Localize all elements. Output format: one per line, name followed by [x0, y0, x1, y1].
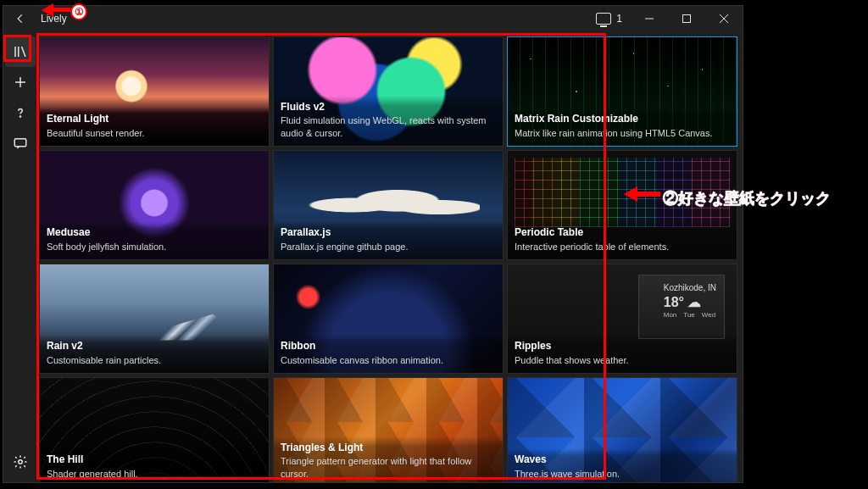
monitor-icon [596, 13, 611, 25]
wallpaper-caption: Periodic TableInteractive periodic table… [508, 221, 737, 259]
svg-point-2 [19, 116, 20, 117]
sidebar-help-button[interactable] [5, 97, 36, 128]
plus-icon [13, 75, 28, 90]
wallpaper-caption: MedusaeSoft body jellyfish simulation. [40, 221, 269, 259]
ripples-days: MonTueWed [664, 311, 716, 320]
wallpaper-description: Customisable rain particles. [47, 354, 262, 366]
maximize-button[interactable] [668, 6, 705, 31]
sidebar-add-button[interactable] [5, 67, 36, 97]
gear-icon [13, 454, 28, 470]
help-icon [13, 105, 28, 120]
wallpaper-tile[interactable]: Fluids v2Fluid simulation using WebGL, r… [273, 36, 504, 147]
wallpaper-caption: Rain v2Customisable rain particles. [40, 335, 269, 373]
wallpaper-tile[interactable]: The HillShader generated hill. [39, 377, 270, 482]
close-button[interactable] [705, 6, 743, 31]
svg-rect-0 [645, 19, 654, 19]
wallpaper-description: Fluid simulation using WebGL, reacts wit… [281, 114, 496, 139]
wallpaper-caption: The HillShader generated hill. [40, 448, 269, 482]
wallpaper-description: Interactive periodic table of elements. [515, 241, 730, 253]
svg-point-4 [19, 460, 23, 464]
wallpaper-caption: Fluids v2Fluid simulation using WebGL, r… [274, 96, 503, 146]
wallpaper-tile[interactable]: Triangles & LightTriangle pattern genera… [273, 377, 504, 482]
wallpaper-caption: Parallax.jsParallax.js engine github pag… [274, 221, 503, 259]
ripples-weather-widget: Kozhikode, IN18° ☁MonTueWed [664, 283, 716, 320]
wallpaper-tile[interactable]: Parallax.jsParallax.js engine github pag… [273, 150, 504, 260]
wallpaper-tile[interactable]: Eternal LightBeautiful sunset render. [39, 36, 270, 147]
wallpaper-caption: RipplesPuddle that shows weather. [508, 335, 737, 373]
svg-rect-3 [14, 139, 26, 147]
wallpaper-caption: Matrix Rain CustomizableMatrix like rain… [508, 108, 737, 146]
wallpaper-title: Rain v2 [47, 340, 262, 353]
wallpaper-title: Parallax.js [281, 226, 496, 240]
back-button[interactable] [3, 13, 37, 25]
wallpaper-tile[interactable]: Kozhikode, IN18° ☁MonTueWedRipplesPuddle… [507, 264, 737, 374]
wallpaper-title: Matrix Rain Customizable [515, 113, 730, 126]
wallpaper-title: Medusae [47, 226, 262, 240]
sidebar [3, 31, 37, 482]
wallpaper-tile[interactable]: Rain v2Customisable rain particles. [39, 264, 270, 374]
wallpaper-title: Triangles & Light [281, 442, 496, 455]
minimize-button[interactable] [631, 6, 668, 31]
wallpaper-description: Triangle pattern generator with light th… [281, 455, 496, 480]
wallpaper-caption: Triangles & LightTriangle pattern genera… [274, 436, 503, 482]
svg-rect-1 [683, 15, 691, 23]
feedback-icon [13, 136, 28, 151]
wallpaper-caption: RibbonCustomisable canvas ribbon animati… [274, 335, 503, 373]
sidebar-library-button[interactable] [5, 36, 36, 67]
wallpaper-tile[interactable]: Matrix Rain CustomizableMatrix like rain… [507, 36, 737, 147]
wallpaper-title: Ripples [515, 340, 730, 353]
active-monitor-button[interactable]: 1 [587, 13, 631, 25]
window-controls [631, 6, 743, 31]
wallpaper-description: Shader generated hill. [47, 468, 262, 480]
wallpaper-description: Three.js wave simulation. [515, 468, 730, 480]
wallpaper-title: Ribbon [281, 340, 496, 353]
wallpaper-tile[interactable]: RibbonCustomisable canvas ribbon animati… [273, 264, 504, 374]
wallpaper-title: Eternal Light [47, 113, 262, 126]
app-window: Lively 1 [3, 5, 743, 483]
wallpaper-title: Periodic Table [515, 226, 730, 240]
monitor-count: 1 [616, 13, 622, 25]
wallpaper-description: Puddle that shows weather. [515, 354, 730, 366]
wallpaper-tile[interactable]: WavesThree.js wave simulation. [507, 377, 737, 482]
wallpaper-title: Waves [515, 453, 730, 467]
wallpaper-description: Parallax.js engine github page. [281, 241, 496, 253]
ripples-temp: 18° ☁ [664, 294, 716, 311]
wallpaper-description: Soft body jellyfish simulation. [47, 241, 262, 253]
wallpaper-title: The Hill [47, 453, 262, 467]
wallpaper-gallery: Eternal LightBeautiful sunset render.Flu… [39, 36, 737, 482]
sidebar-settings-button[interactable] [5, 447, 36, 477]
ripples-place: Kozhikode, IN [664, 283, 716, 294]
window-title: Lively [37, 13, 587, 25]
wallpaper-description: Matrix like rain animation using HTML5 C… [515, 127, 730, 139]
wallpaper-tile[interactable]: MedusaeSoft body jellyfish simulation. [39, 150, 270, 260]
gallery-scroll[interactable]: Eternal LightBeautiful sunset render.Flu… [37, 31, 743, 482]
wallpaper-description: Customisable canvas ribbon animation. [281, 354, 496, 366]
wallpaper-caption: WavesThree.js wave simulation. [508, 448, 737, 482]
sidebar-feedback-button[interactable] [5, 128, 36, 158]
wallpaper-title: Fluids v2 [281, 101, 496, 114]
library-icon [13, 44, 28, 59]
titlebar: Lively 1 [3, 6, 743, 31]
wallpaper-caption: Eternal LightBeautiful sunset render. [40, 108, 269, 146]
wallpaper-description: Beautiful sunset render. [47, 127, 262, 139]
wallpaper-tile[interactable]: Periodic TableInteractive periodic table… [507, 150, 737, 260]
